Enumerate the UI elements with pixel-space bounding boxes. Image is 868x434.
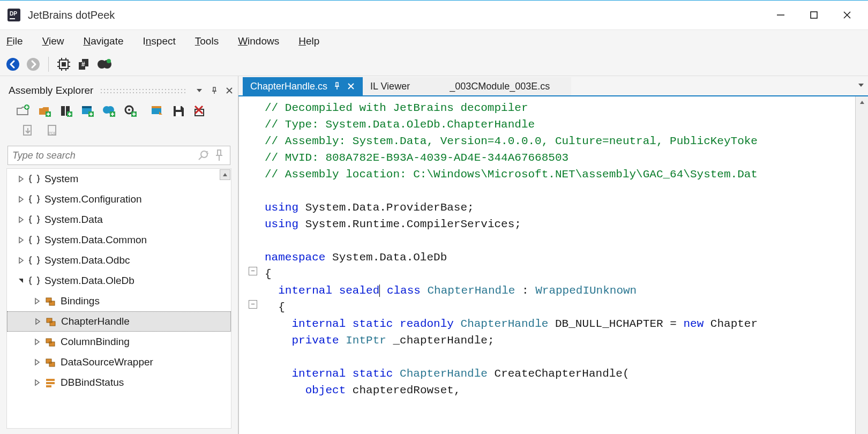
code-content[interactable]: // Decompiled with JetBrains decompiler … bbox=[239, 96, 868, 399]
class-icon bbox=[45, 316, 57, 327]
tree-item-system-data-odbc[interactable]: System.Data.Odbc bbox=[7, 250, 231, 271]
tree-item-label: System.Data bbox=[44, 214, 103, 226]
chevron-icon[interactable] bbox=[17, 215, 25, 224]
chevron-icon[interactable] bbox=[17, 256, 25, 265]
tree-item-label: ColumnBinding bbox=[61, 336, 130, 348]
minimize-button[interactable] bbox=[764, 3, 797, 27]
code-editor[interactable]: // Decompiled with JetBrains decompiler … bbox=[238, 96, 868, 434]
tree-item-system[interactable]: System bbox=[7, 169, 231, 189]
svg-rect-87 bbox=[46, 379, 55, 381]
svg-rect-2 bbox=[10, 18, 15, 19]
chevron-icon[interactable] bbox=[33, 297, 41, 305]
tree-scroll-up-button[interactable] bbox=[220, 169, 230, 180]
tab-label: ChapterHandle.cs bbox=[250, 81, 327, 92]
panel-close-icon[interactable] bbox=[223, 84, 236, 97]
tab-label: _003CModule_003E.cs bbox=[450, 81, 550, 92]
nav-forward-button[interactable] bbox=[25, 56, 42, 73]
search-input[interactable] bbox=[12, 150, 193, 161]
chevron-icon[interactable] bbox=[17, 276, 25, 285]
pdb-file-icon[interactable]: PDB bbox=[44, 122, 61, 139]
class-icon bbox=[44, 356, 56, 368]
namespace-icon bbox=[28, 193, 40, 205]
tab-label: IL Viewer bbox=[370, 81, 410, 92]
fold-marker-icon[interactable]: − bbox=[249, 300, 257, 309]
add-nuget-button[interactable] bbox=[101, 103, 117, 119]
menu-inspect[interactable]: Inspect bbox=[143, 35, 176, 47]
menubar: File View Navigate Inspect Tools Windows… bbox=[0, 30, 868, 53]
chevron-icon[interactable] bbox=[33, 317, 42, 326]
chevron-icon[interactable] bbox=[33, 358, 41, 366]
menu-file[interactable]: File bbox=[6, 35, 23, 47]
export-project-button[interactable] bbox=[149, 103, 165, 119]
menu-windows[interactable]: Windows bbox=[238, 35, 279, 47]
tab-overflow-icon[interactable] bbox=[857, 80, 865, 92]
add-window-button[interactable] bbox=[79, 103, 95, 119]
menu-view[interactable]: View bbox=[42, 35, 64, 47]
maximize-button[interactable] bbox=[797, 3, 830, 27]
tree-item-label: System.Configuration bbox=[44, 193, 142, 205]
separator bbox=[48, 57, 49, 72]
pin-search-icon[interactable] bbox=[213, 149, 226, 162]
process-explorer-icon[interactable] bbox=[55, 56, 72, 73]
chevron-icon[interactable] bbox=[17, 175, 25, 183]
svg-point-50 bbox=[128, 109, 130, 111]
assembly-tree[interactable]: SystemSystem.ConfigurationSystem.DataSys… bbox=[6, 168, 231, 429]
chevron-icon[interactable] bbox=[33, 338, 41, 346]
scrollbar-track[interactable] bbox=[856, 108, 868, 434]
tree-item-dbbindstatus[interactable]: DBBindStatus bbox=[7, 372, 231, 393]
svg-rect-57 bbox=[176, 112, 182, 116]
save-button[interactable] bbox=[170, 103, 186, 119]
tree-item-label: ChapterHandle bbox=[61, 316, 130, 327]
search-box[interactable] bbox=[8, 146, 230, 165]
class-icon bbox=[44, 336, 56, 348]
class-icon bbox=[44, 295, 56, 307]
scroll-up-icon[interactable] bbox=[856, 96, 868, 108]
fold-marker-icon[interactable]: − bbox=[249, 267, 257, 275]
menu-tools[interactable]: Tools bbox=[195, 35, 219, 47]
add-gac-button[interactable] bbox=[58, 103, 74, 119]
nav-back-button[interactable] bbox=[4, 56, 21, 73]
nuget-icon[interactable] bbox=[96, 56, 113, 73]
menu-navigate[interactable]: Navigate bbox=[83, 35, 123, 47]
tree-item-chapterhandle[interactable]: ChapterHandle bbox=[7, 311, 231, 332]
tab-module[interactable]: _003CModule_003E.cs bbox=[442, 77, 571, 95]
svg-rect-34 bbox=[61, 106, 65, 116]
close-button[interactable] bbox=[830, 3, 864, 27]
tree-item-system-data-common[interactable]: System.Data.Common bbox=[7, 230, 231, 250]
panel-pin-icon[interactable] bbox=[208, 84, 221, 97]
tab-close-icon[interactable] bbox=[347, 82, 355, 91]
tab-il-viewer[interactable]: IL Viewer bbox=[363, 77, 442, 95]
svg-rect-76 bbox=[50, 321, 55, 326]
tree-item-system-data-oledb[interactable]: System.Data.OleDb bbox=[7, 271, 231, 291]
menu-help[interactable]: Help bbox=[298, 35, 319, 47]
open-button[interactable] bbox=[15, 103, 31, 119]
tree-item-bindings[interactable]: Bindings bbox=[7, 291, 231, 311]
panel-dropdown-icon[interactable] bbox=[193, 84, 206, 97]
tab-pin-icon[interactable] bbox=[333, 82, 341, 91]
chevron-icon[interactable] bbox=[17, 236, 25, 244]
panel-grip[interactable] bbox=[100, 88, 186, 93]
svg-text:DP: DP bbox=[10, 11, 17, 17]
add-settings-button[interactable] bbox=[122, 103, 138, 119]
search-icon[interactable] bbox=[197, 149, 209, 162]
vertical-scrollbar[interactable] bbox=[855, 96, 868, 434]
tree-item-label: System bbox=[44, 173, 78, 185]
tree-item-label: System.Data.Odbc bbox=[44, 255, 130, 266]
svg-line-65 bbox=[199, 156, 202, 160]
svg-point-7 bbox=[6, 58, 19, 71]
goto-reference-icon[interactable]: # bbox=[76, 56, 93, 73]
add-folder-button[interactable] bbox=[36, 103, 53, 119]
svg-rect-84 bbox=[49, 362, 55, 366]
chevron-icon[interactable] bbox=[17, 195, 25, 204]
tree-item-system-data[interactable]: System.Data bbox=[7, 209, 231, 230]
tree-item-system-configuration[interactable]: System.Configuration bbox=[7, 189, 231, 209]
tree-item-columnbinding[interactable]: ColumnBinding bbox=[7, 332, 231, 352]
chevron-icon[interactable] bbox=[33, 378, 41, 387]
app-title: JetBrains dotPeek bbox=[28, 9, 764, 21]
clear-button[interactable] bbox=[192, 103, 208, 119]
tree-item-datasourcewrapper[interactable]: DataSourceWrapper bbox=[7, 352, 231, 372]
namespace-icon bbox=[28, 255, 40, 266]
tab-chapterhandle[interactable]: ChapterHandle.cs bbox=[243, 77, 363, 95]
namespace-icon bbox=[28, 173, 40, 185]
pdb-download-icon[interactable] bbox=[19, 122, 36, 139]
